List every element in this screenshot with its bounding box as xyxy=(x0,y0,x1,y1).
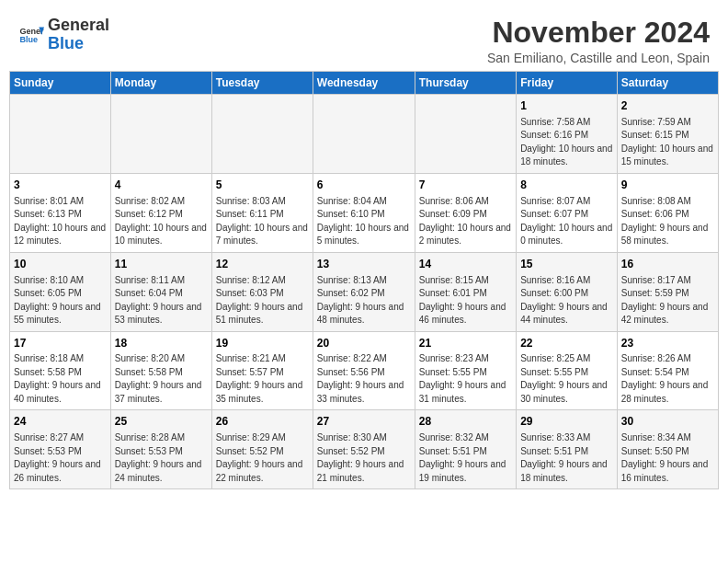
day-info: Sunrise: 8:22 AMSunset: 5:56 PMDaylight:… xyxy=(317,352,411,406)
calendar-cell xyxy=(313,95,415,174)
day-info: Sunrise: 8:16 AMSunset: 6:00 PMDaylight:… xyxy=(520,274,613,327)
location-text: San Emiliano, Castille and Leon, Spain xyxy=(487,51,710,65)
day-number: 2 xyxy=(621,98,714,114)
calendar-cell xyxy=(415,95,516,174)
day-info: Sunrise: 8:28 AMSunset: 5:53 PMDaylight:… xyxy=(115,431,208,485)
day-number: 8 xyxy=(520,178,613,193)
calendar-week-row: 17Sunrise: 8:18 AMSunset: 5:58 PMDayligh… xyxy=(10,331,719,410)
calendar-cell xyxy=(110,95,211,174)
day-info: Sunrise: 8:25 AMSunset: 5:55 PMDaylight:… xyxy=(520,352,613,406)
calendar-cell: 17Sunrise: 8:18 AMSunset: 5:58 PMDayligh… xyxy=(10,331,111,410)
calendar-cell: 6Sunrise: 8:04 AMSunset: 6:10 PMDaylight… xyxy=(313,173,415,252)
calendar-week-row: 3Sunrise: 8:01 AMSunset: 6:13 PMDaylight… xyxy=(10,173,719,252)
calendar-cell: 23Sunrise: 8:26 AMSunset: 5:54 PMDayligh… xyxy=(617,331,718,410)
calendar-cell xyxy=(10,95,111,174)
day-info: Sunrise: 8:17 AMSunset: 5:59 PMDaylight:… xyxy=(621,274,714,327)
calendar-cell: 5Sunrise: 8:03 AMSunset: 6:11 PMDaylight… xyxy=(211,173,313,252)
calendar-week-row: 10Sunrise: 8:10 AMSunset: 6:05 PMDayligh… xyxy=(10,252,719,331)
day-number: 27 xyxy=(317,414,411,430)
day-number: 10 xyxy=(14,257,107,272)
day-number: 16 xyxy=(621,257,714,272)
calendar-cell: 3Sunrise: 8:01 AMSunset: 6:13 PMDaylight… xyxy=(10,173,111,252)
day-info: Sunrise: 8:06 AMSunset: 6:09 PMDaylight:… xyxy=(419,195,512,248)
calendar-cell: 7Sunrise: 8:06 AMSunset: 6:09 PMDaylight… xyxy=(415,173,516,252)
day-number: 21 xyxy=(419,336,512,351)
day-number: 6 xyxy=(317,178,411,193)
calendar-cell: 14Sunrise: 8:15 AMSunset: 6:01 PMDayligh… xyxy=(415,252,516,331)
logo-icon: General Blue xyxy=(18,22,44,48)
page-header: General Blue General Blue November 2024 … xyxy=(9,9,719,65)
title-block: November 2024 San Emiliano, Castille and… xyxy=(487,17,710,65)
day-number: 3 xyxy=(14,178,107,193)
weekday-header-row: SundayMondayTuesdayWednesdayThursdayFrid… xyxy=(10,72,719,95)
day-number: 14 xyxy=(419,257,512,272)
weekday-header-monday: Monday xyxy=(110,72,211,95)
day-info: Sunrise: 8:30 AMSunset: 5:52 PMDaylight:… xyxy=(317,431,411,485)
day-info: Sunrise: 8:29 AMSunset: 5:52 PMDaylight:… xyxy=(216,431,309,485)
day-info: Sunrise: 8:20 AMSunset: 5:58 PMDaylight:… xyxy=(115,352,208,406)
day-number: 11 xyxy=(115,257,208,272)
calendar-cell: 12Sunrise: 8:12 AMSunset: 6:03 PMDayligh… xyxy=(211,252,313,331)
calendar-cell: 9Sunrise: 8:08 AMSunset: 6:06 PMDaylight… xyxy=(617,173,718,252)
weekday-header-wednesday: Wednesday xyxy=(313,72,415,95)
logo: General Blue General Blue xyxy=(18,17,109,53)
day-info: Sunrise: 8:13 AMSunset: 6:02 PMDaylight:… xyxy=(317,274,411,327)
day-info: Sunrise: 7:59 AMSunset: 6:15 PMDaylight:… xyxy=(621,116,714,169)
day-info: Sunrise: 8:26 AMSunset: 5:54 PMDaylight:… xyxy=(621,352,714,406)
day-number: 5 xyxy=(216,178,309,193)
calendar-cell: 26Sunrise: 8:29 AMSunset: 5:52 PMDayligh… xyxy=(211,410,313,489)
calendar-cell: 20Sunrise: 8:22 AMSunset: 5:56 PMDayligh… xyxy=(313,331,415,410)
calendar-table: SundayMondayTuesdayWednesdayThursdayFrid… xyxy=(9,71,719,489)
day-number: 7 xyxy=(419,178,512,193)
calendar-cell: 11Sunrise: 8:11 AMSunset: 6:04 PMDayligh… xyxy=(110,252,211,331)
weekday-header-saturday: Saturday xyxy=(617,72,718,95)
day-info: Sunrise: 8:27 AMSunset: 5:53 PMDaylight:… xyxy=(14,431,107,485)
day-number: 19 xyxy=(216,336,309,351)
day-info: Sunrise: 8:04 AMSunset: 6:10 PMDaylight:… xyxy=(317,195,411,248)
logo-blue-text: Blue xyxy=(48,34,84,52)
day-number: 12 xyxy=(216,257,309,272)
calendar-cell: 15Sunrise: 8:16 AMSunset: 6:00 PMDayligh… xyxy=(517,252,618,331)
month-title: November 2024 xyxy=(487,17,710,49)
day-info: Sunrise: 8:23 AMSunset: 5:55 PMDaylight:… xyxy=(419,352,512,406)
day-info: Sunrise: 8:11 AMSunset: 6:04 PMDaylight:… xyxy=(115,274,208,327)
day-number: 22 xyxy=(520,336,613,351)
day-number: 17 xyxy=(14,336,107,351)
day-number: 1 xyxy=(520,98,613,114)
weekday-header-tuesday: Tuesday xyxy=(211,72,313,95)
day-number: 26 xyxy=(216,414,309,430)
calendar-cell: 1Sunrise: 7:58 AMSunset: 6:16 PMDaylight… xyxy=(517,95,618,174)
logo-general-text: General xyxy=(48,16,109,34)
calendar-week-row: 1Sunrise: 7:58 AMSunset: 6:16 PMDaylight… xyxy=(10,95,719,174)
day-info: Sunrise: 8:10 AMSunset: 6:05 PMDaylight:… xyxy=(14,274,107,327)
calendar-cell: 4Sunrise: 8:02 AMSunset: 6:12 PMDaylight… xyxy=(110,173,211,252)
calendar-cell: 25Sunrise: 8:28 AMSunset: 5:53 PMDayligh… xyxy=(110,410,211,489)
calendar-week-row: 24Sunrise: 8:27 AMSunset: 5:53 PMDayligh… xyxy=(10,410,719,489)
day-number: 23 xyxy=(621,336,714,351)
day-number: 4 xyxy=(115,178,208,193)
day-info: Sunrise: 8:18 AMSunset: 5:58 PMDaylight:… xyxy=(14,352,107,406)
calendar-cell: 18Sunrise: 8:20 AMSunset: 5:58 PMDayligh… xyxy=(110,331,211,410)
day-number: 15 xyxy=(520,257,613,272)
day-info: Sunrise: 8:03 AMSunset: 6:11 PMDaylight:… xyxy=(216,195,309,248)
day-number: 9 xyxy=(621,178,714,193)
calendar-cell: 29Sunrise: 8:33 AMSunset: 5:51 PMDayligh… xyxy=(517,410,618,489)
day-number: 20 xyxy=(317,336,411,351)
day-number: 30 xyxy=(621,414,714,430)
day-info: Sunrise: 8:02 AMSunset: 6:12 PMDaylight:… xyxy=(115,195,208,248)
calendar-cell: 30Sunrise: 8:34 AMSunset: 5:50 PMDayligh… xyxy=(617,410,718,489)
day-number: 24 xyxy=(14,414,107,430)
day-number: 29 xyxy=(520,414,613,430)
day-info: Sunrise: 8:07 AMSunset: 6:07 PMDaylight:… xyxy=(520,195,613,248)
day-number: 13 xyxy=(317,257,411,272)
day-number: 18 xyxy=(115,336,208,351)
day-info: Sunrise: 8:12 AMSunset: 6:03 PMDaylight:… xyxy=(216,274,309,327)
calendar-cell: 24Sunrise: 8:27 AMSunset: 5:53 PMDayligh… xyxy=(10,410,111,489)
svg-text:Blue: Blue xyxy=(19,35,38,44)
weekday-header-sunday: Sunday xyxy=(10,72,111,95)
day-info: Sunrise: 8:01 AMSunset: 6:13 PMDaylight:… xyxy=(14,195,107,248)
day-info: Sunrise: 8:33 AMSunset: 5:51 PMDaylight:… xyxy=(520,431,613,485)
day-info: Sunrise: 8:32 AMSunset: 5:51 PMDaylight:… xyxy=(419,431,512,485)
day-info: Sunrise: 8:34 AMSunset: 5:50 PMDaylight:… xyxy=(621,431,714,485)
calendar-cell: 22Sunrise: 8:25 AMSunset: 5:55 PMDayligh… xyxy=(517,331,618,410)
